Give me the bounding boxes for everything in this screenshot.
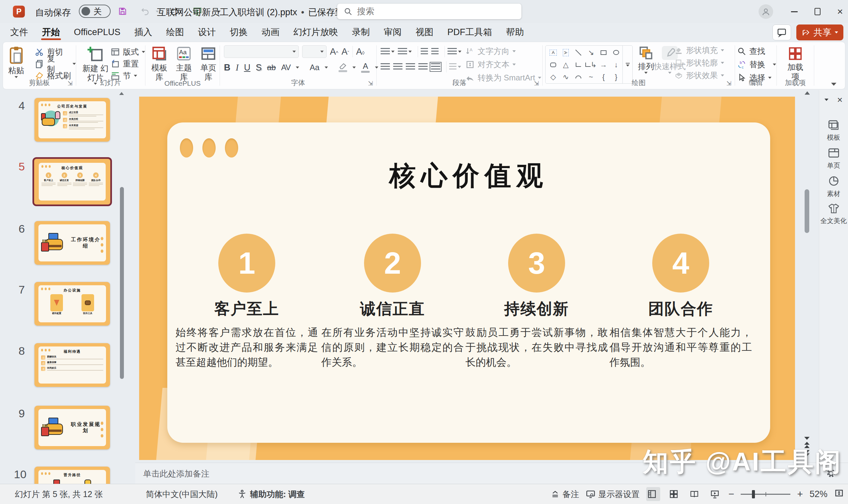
character-spacing-button[interactable]: AV: [281, 63, 291, 72]
notes-placeholder[interactable]: 单击此处添加备注: [143, 468, 209, 479]
tab-record[interactable]: 录制: [345, 23, 377, 41]
shape-elbow-icon[interactable]: [572, 58, 585, 71]
justify-button[interactable]: [418, 63, 428, 71]
tab-file[interactable]: 文件: [3, 23, 35, 41]
thumbnail-slide-7[interactable]: 办公设施 硬件配置 软件工具: [34, 282, 110, 326]
decrease-indent-button[interactable]: [421, 48, 428, 55]
case-chevron-icon[interactable]: [325, 67, 328, 69]
clear-formatting-button[interactable]: A◊: [356, 47, 364, 57]
shape-oval-icon[interactable]: [610, 46, 622, 58]
shape-fill-button[interactable]: 形状填充: [674, 44, 724, 57]
shrink-font-button[interactable]: Aˇ: [342, 47, 349, 57]
scroll-up-icon[interactable]: [804, 91, 810, 95]
tab-design[interactable]: 设计: [191, 23, 223, 41]
thumbnail-slide-10[interactable]: 晋升路径: [34, 467, 110, 484]
collapse-ribbon-icon[interactable]: [831, 83, 836, 86]
strikethrough-button[interactable]: ab: [267, 63, 276, 72]
italic-button[interactable]: I: [236, 62, 239, 73]
font-size-select[interactable]: [302, 45, 327, 58]
tab-view[interactable]: 视图: [409, 23, 440, 41]
sidebar-item-templates[interactable]: 模板: [819, 120, 848, 142]
grow-font-button[interactable]: A^: [330, 47, 338, 57]
slide-position[interactable]: 幻灯片 第 5 张, 共 12 张: [15, 489, 103, 500]
powerpoint-logo-icon[interactable]: P: [13, 6, 25, 18]
undo-button[interactable]: [139, 5, 151, 17]
zoom-slider-thumb[interactable]: [752, 490, 755, 498]
arrange-button[interactable]: 排列: [638, 45, 654, 74]
scrollbar-thumb[interactable]: [804, 189, 809, 233]
text-direction-button[interactable]: A 文字方向: [465, 45, 541, 58]
tab-animations[interactable]: 动画: [255, 23, 287, 41]
shape-line-icon[interactable]: [572, 46, 585, 58]
drawing-dialog-launcher[interactable]: ⇲: [726, 80, 731, 87]
clipboard-dialog-launcher[interactable]: ⇲: [68, 80, 72, 87]
tab-insert[interactable]: 插入: [127, 23, 159, 41]
fit-to-window-button[interactable]: [834, 488, 844, 500]
share-button[interactable]: 共享: [796, 24, 843, 40]
value-column-3[interactable]: 3 持续创新 鼓励员工勇于尝试新事物，敢于挑战现状，在失败中寻找成长的机会。: [465, 234, 608, 370]
slideshow-view-button[interactable]: [708, 487, 722, 501]
display-settings-button[interactable]: 显示器设置: [586, 489, 640, 500]
save-button[interactable]: [117, 5, 128, 17]
account-avatar[interactable]: [759, 4, 773, 19]
sidebar-close-icon[interactable]: ×: [837, 95, 842, 105]
spacing-chevron-icon[interactable]: [296, 67, 299, 69]
thumbnail-slide-8[interactable]: 福利待遇 1薪酬体系 2健康保障 3休闲娱乐: [34, 343, 110, 387]
font-dialog-launcher[interactable]: ⇲: [368, 80, 373, 87]
zoom-slider[interactable]: [741, 494, 790, 495]
align-right-button[interactable]: [406, 63, 415, 71]
align-text-button[interactable]: 对齐文本: [465, 58, 541, 71]
zoom-in-button[interactable]: +: [797, 488, 803, 500]
replace-button[interactable]: bc 替换: [737, 58, 776, 71]
zoom-out-button[interactable]: −: [728, 488, 734, 500]
minimize-button[interactable]: [788, 6, 801, 17]
notes-toggle-button[interactable]: 备注: [551, 489, 579, 500]
normal-view-button[interactable]: [646, 487, 660, 501]
close-button[interactable]: ×: [833, 6, 847, 17]
search-input[interactable]: 搜索: [337, 4, 521, 19]
shape-rectangle-icon[interactable]: [597, 46, 610, 58]
underline-button[interactable]: U: [244, 62, 251, 73]
numbering-button[interactable]: [398, 48, 412, 55]
tab-draw[interactable]: 绘图: [159, 23, 191, 41]
shape-vertical-textbox-icon[interactable]: A: [559, 46, 572, 58]
thumbnail-slide-4[interactable]: 公司历史与发展 1成立背景 2发展历程 3未来展望: [34, 98, 110, 142]
align-left-button[interactable]: [381, 63, 390, 71]
autosave-toggle[interactable]: 关: [79, 5, 111, 18]
distribute-button[interactable]: [431, 63, 440, 71]
shape-gallery-more-button[interactable]: [622, 46, 633, 84]
sidebar-collapse-chevron-icon[interactable]: [825, 98, 828, 101]
accessibility-status[interactable]: 辅助功能: 调查: [238, 489, 305, 500]
tab-officeplus[interactable]: OfficePLUS: [67, 23, 127, 41]
slide-canvas[interactable]: 核心价值观 1 客户至上 始终将客户需求放在首位，通过不断改进产品和服务来满足甚…: [139, 97, 795, 460]
value-column-2[interactable]: 2 诚信正直 在所有业务活动中坚持诚实守信的原则，建立长期稳定的合作关系。: [321, 234, 464, 370]
tab-help[interactable]: 帮助: [499, 23, 531, 41]
copy-button[interactable]: 复制: [35, 58, 76, 70]
language-indicator[interactable]: 简体中文(中国大陆): [146, 489, 218, 500]
line-spacing-button[interactable]: [448, 48, 462, 55]
scroll-down-icon[interactable]: [804, 437, 810, 440]
tab-slideshow[interactable]: 幻灯片放映: [287, 23, 345, 41]
reset-button[interactable]: 重置: [111, 58, 145, 70]
shape-down-arrow-icon[interactable]: ↓: [610, 58, 622, 71]
highlight-button[interactable]: [339, 63, 347, 72]
shape-triangle-icon[interactable]: △: [559, 58, 572, 71]
shape-elbow-arrow-icon[interactable]: ↳: [585, 58, 597, 71]
zoom-level[interactable]: 52%: [810, 489, 828, 499]
change-case-button[interactable]: Aa: [310, 63, 319, 72]
tab-review[interactable]: 审阅: [377, 23, 409, 41]
increase-indent-button[interactable]: [431, 48, 438, 55]
bold-button[interactable]: B: [224, 62, 230, 73]
font-color-button[interactable]: A: [361, 62, 370, 73]
columns-button[interactable]: [449, 63, 461, 71]
value-column-4[interactable]: 4 团队合作 相信集体智慧大于个人能力，倡导开放沟通和平等尊重的工作氛围。: [609, 234, 752, 370]
layout-button[interactable]: 版式: [111, 46, 145, 58]
thumbnail-scrollbar[interactable]: [120, 187, 124, 379]
comments-button[interactable]: [773, 24, 791, 40]
sidebar-item-single-page[interactable]: 单页: [819, 148, 848, 170]
thumbnail-slide-5-selected[interactable]: 核心价值观 1客户至上 2诚信正直 3持续创新 4团队合作: [33, 157, 112, 206]
tab-transitions[interactable]: 切换: [223, 23, 255, 41]
reading-view-button[interactable]: [687, 487, 701, 501]
sidebar-item-assets[interactable]: 素材: [819, 175, 848, 198]
tab-home[interactable]: 开始: [35, 23, 67, 41]
